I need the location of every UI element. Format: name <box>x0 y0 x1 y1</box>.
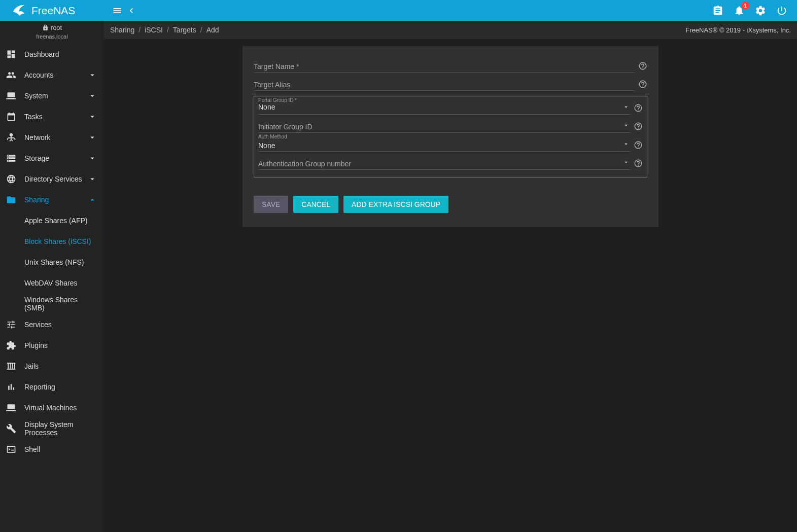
sidebar-item-directory-services[interactable]: Directory Services <box>0 168 104 189</box>
calendar-icon <box>6 112 16 122</box>
people-icon <box>6 70 16 80</box>
sidebar-item-label: Jails <box>24 362 88 370</box>
chevron-down-icon <box>88 112 97 121</box>
portal-group-help[interactable] <box>634 103 643 113</box>
sidebar-item-sharing[interactable]: Sharing <box>0 189 104 210</box>
jail-icon <box>6 361 16 371</box>
menu-icon <box>112 6 122 16</box>
sidebar-item-system[interactable]: System <box>0 85 104 106</box>
auth-group-label: Authentication Group number <box>258 160 351 168</box>
copyright-text: FreeNAS® © 2019 - iXsystems, Inc. <box>685 26 791 34</box>
clipboard-button[interactable] <box>712 5 724 17</box>
dropdown-icon <box>622 159 630 166</box>
sidebar-item-plugins[interactable]: Plugins <box>0 335 104 356</box>
chevron-down-icon <box>88 133 97 142</box>
initiator-group-help[interactable] <box>634 122 643 131</box>
sidebar-item-network[interactable]: Network <box>0 127 104 148</box>
auth-method-label: Auth Method <box>258 134 287 139</box>
sidebar: root freenas.local DashboardAccountsSyst… <box>0 21 104 532</box>
notifications-badge: 1 <box>741 2 749 10</box>
sidebar-item-accounts[interactable]: Accounts <box>0 64 104 85</box>
sidebar-item-label: Sharing <box>24 196 88 204</box>
target-name-field[interactable]: Target Name * <box>254 56 635 73</box>
menu-toggle-button[interactable] <box>111 5 123 17</box>
target-alias-help[interactable] <box>638 80 647 89</box>
dropdown-icon <box>622 140 630 148</box>
breadcrumb-link-iscsi[interactable]: iSCSI <box>145 26 163 34</box>
settings-button[interactable] <box>754 5 767 17</box>
portal-group-label: Portal Group ID * <box>258 97 297 103</box>
sidebar-subitem-block-shares-iscsi-[interactable]: Block Shares (iSCSI) <box>0 231 104 252</box>
brand-logo[interactable]: FreeNAS <box>0 2 104 19</box>
breadcrumb-link-targets[interactable]: Targets <box>173 26 196 34</box>
sidebar-item-tasks[interactable]: Tasks <box>0 106 104 127</box>
target-alias-field[interactable]: Target Alias <box>254 75 635 91</box>
auth-group-help[interactable] <box>634 159 643 168</box>
sidebar-collapse-button[interactable] <box>125 5 137 17</box>
help-icon <box>634 122 643 131</box>
sidebar-item-label: Services <box>24 321 88 329</box>
target-name-help[interactable] <box>638 61 647 70</box>
sidebar-item-label: Accounts <box>24 71 88 79</box>
dropdown-icon <box>622 122 630 129</box>
form-card: Target Name * Target Alias Por <box>242 46 659 227</box>
lock-icon <box>42 24 49 31</box>
sidebar-item-label: Tasks <box>24 113 88 121</box>
help-icon <box>634 140 643 150</box>
chevron-down-icon <box>88 174 97 184</box>
sidebar-item-services[interactable]: Services <box>0 314 104 335</box>
power-button[interactable] <box>776 5 788 17</box>
tune-icon <box>6 320 16 330</box>
freenas-logo-icon <box>10 2 27 19</box>
sidebar-item-label: System <box>24 92 88 100</box>
sidebar-item-dashboard[interactable]: Dashboard <box>0 44 104 64</box>
sidebar-item-storage[interactable]: Storage <box>0 148 104 168</box>
content-area: Sharing/iSCSI/Targets/Add FreeNAS® © 201… <box>104 21 797 532</box>
sidebar-item-label: Directory Services <box>24 175 88 183</box>
sidebar-subitem-apple-shares-afp-[interactable]: Apple Shares (AFP) <box>0 210 104 231</box>
sidebar-subitem-unix-shares-nfs-[interactable]: Unix Shares (NFS) <box>0 252 104 272</box>
sidebar-subitem-windows-shares-smb-[interactable]: Windows Shares (SMB) <box>0 293 104 314</box>
cancel-button[interactable]: CANCEL <box>293 196 338 213</box>
laptop-icon <box>6 91 16 101</box>
sidebar-item-label: Dashboard <box>24 50 88 58</box>
help-icon <box>634 103 643 113</box>
power-icon <box>776 5 787 16</box>
sidebar-item-label: Plugins <box>24 341 88 349</box>
chevron-down-icon <box>88 91 97 100</box>
sidebar-item-shell[interactable]: Shell <box>0 439 104 459</box>
build-icon <box>6 423 16 434</box>
storage-icon <box>6 153 16 163</box>
topbar: FreeNAS 1 <box>0 0 797 21</box>
portal-group-select[interactable]: Portal Group ID * None <box>258 98 631 115</box>
user-host: freenas.local <box>0 33 104 40</box>
breadcrumb-link-add[interactable]: Add <box>206 26 219 34</box>
chevron-down-icon <box>88 154 97 163</box>
chevron-down-icon <box>88 70 97 80</box>
gear-icon <box>755 5 766 16</box>
initiator-group-select[interactable]: Initiator Group ID <box>258 117 631 133</box>
extension-icon <box>6 340 16 350</box>
user-name: root <box>51 24 62 31</box>
initiator-group-label: Initiator Group ID <box>258 123 313 131</box>
chevron-left-icon <box>126 6 136 16</box>
sidebar-item-display-system-processes[interactable]: Display System Processes <box>0 418 104 439</box>
sidebar-item-label: Display System Processes <box>24 420 88 437</box>
brand-text: FreeNAS <box>31 5 75 17</box>
iscsi-group-box: Portal Group ID * None Initiator Group I… <box>254 96 647 178</box>
nav-list: DashboardAccountsSystemTasksNetworkStora… <box>0 44 104 459</box>
auth-group-select[interactable]: Authentication Group number <box>258 154 631 170</box>
help-icon <box>638 80 647 89</box>
notifications-button[interactable]: 1 <box>733 5 745 17</box>
auth-method-select[interactable]: Auth Method None <box>258 135 631 152</box>
auth-method-help[interactable] <box>634 140 643 150</box>
sidebar-item-reporting[interactable]: Reporting <box>0 376 104 397</box>
sidebar-item-virtual-machines[interactable]: Virtual Machines <box>0 397 104 418</box>
sidebar-item-label: Storage <box>24 154 88 162</box>
breadcrumb-link-sharing[interactable]: Sharing <box>110 26 134 34</box>
add-extra-iscsi-group-button[interactable]: ADD EXTRA ISCSI GROUP <box>343 196 448 213</box>
target-name-label: Target Name * <box>254 62 299 70</box>
sidebar-item-jails[interactable]: Jails <box>0 356 104 376</box>
sidebar-subitem-webdav-shares[interactable]: WebDAV Shares <box>0 272 104 293</box>
save-button[interactable]: SAVE <box>254 196 288 213</box>
